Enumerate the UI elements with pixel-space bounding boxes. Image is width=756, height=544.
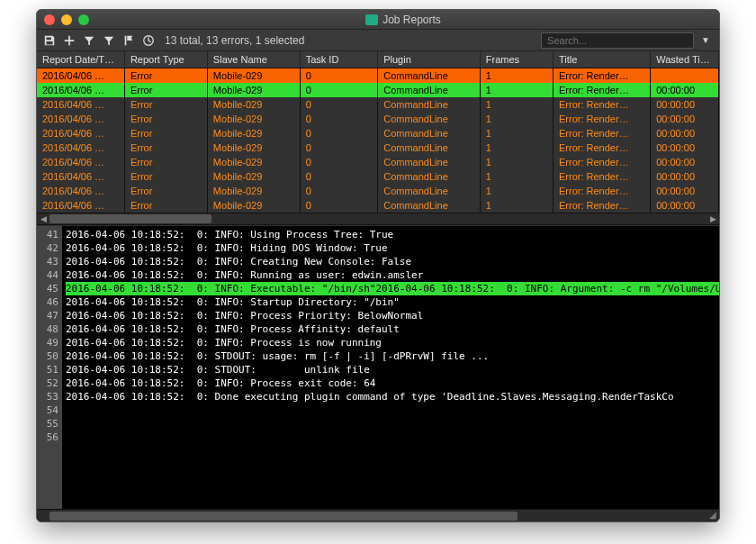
log-scroll-thumb[interactable] [50, 512, 518, 521]
cell-title: Error: Render… [554, 184, 651, 198]
cell-frames: 1 [480, 68, 553, 83]
log-line: 2016-04-06 10:18:52: 0: INFO: Using Proc… [66, 228, 716, 241]
cell-slave: Mobile-029 [207, 141, 300, 155]
line-number: 50 [39, 349, 58, 363]
log-content[interactable]: 2016-04-06 10:18:52: 0: INFO: Using Proc… [62, 226, 719, 510]
cell-frames: 1 [480, 169, 553, 184]
cell-plugin: CommandLine [378, 155, 481, 169]
line-number: 49 [39, 336, 58, 349]
col-frames[interactable]: Frames [480, 51, 553, 68]
log-line: 2016-04-06 10:18:52: 0: INFO: Creating N… [66, 255, 716, 268]
maximize-icon[interactable] [78, 14, 89, 25]
scroll-thumb[interactable] [50, 214, 212, 223]
log-line: 2016-04-06 10:18:52: 0: INFO: Hiding DOS… [66, 241, 716, 255]
log-line [66, 403, 716, 417]
cell-title: Error: Render… [554, 97, 651, 112]
cell-wasted: 00:00:00 [651, 141, 719, 155]
resize-grip-icon[interactable]: ◢ [706, 510, 719, 522]
table-row[interactable]: 2016/04/06 …ErrorMobile-0290CommandLine1… [37, 184, 719, 198]
toolbar: 13 total, 13 errors, 1 selected ▼ [37, 30, 719, 51]
scroll-track[interactable] [50, 213, 706, 224]
cell-task: 0 [300, 141, 378, 155]
line-number: 41 [39, 228, 58, 241]
close-icon[interactable] [44, 14, 55, 25]
add-icon[interactable] [60, 32, 78, 50]
cell-task: 0 [300, 169, 378, 184]
cell-task: 0 [300, 198, 378, 213]
filter-icon[interactable] [80, 32, 98, 50]
clock-icon[interactable] [140, 32, 158, 50]
cell-date: 2016/04/06 … [37, 83, 124, 97]
cell-slave: Mobile-029 [207, 169, 300, 184]
col-task-id[interactable]: Task ID [300, 51, 378, 68]
table-row[interactable]: 2016/04/06 …ErrorMobile-0290CommandLine1… [37, 169, 719, 184]
table-row[interactable]: 2016/04/06 …ErrorMobile-0290CommandLine1… [37, 83, 719, 97]
line-number: 51 [39, 363, 58, 376]
log-line: 2016-04-06 10:18:52: 0: INFO: Running as… [66, 268, 716, 282]
cell-type: Error [124, 68, 207, 83]
titlebar: Job Reports [37, 10, 719, 30]
cell-slave: Mobile-029 [207, 68, 300, 83]
line-number: 52 [39, 376, 58, 390]
cell-date: 2016/04/06 … [37, 112, 124, 126]
cell-date: 2016/04/06 … [37, 141, 124, 155]
reports-table-wrap: Report Date/T… Report Type Slave Name Ta… [37, 51, 719, 225]
table-row[interactable]: 2016/04/06 …ErrorMobile-0290CommandLine1… [37, 155, 719, 169]
table-row[interactable]: 2016/04/06 …ErrorMobile-0290CommandLine1… [37, 97, 719, 112]
log-line: 2016-04-06 10:18:52: 0: STDOUT: unlink f… [66, 363, 716, 376]
table-hscrollbar[interactable]: ◀ ▶ [37, 213, 719, 225]
col-plugin[interactable]: Plugin [378, 51, 481, 68]
col-wasted-time[interactable]: Wasted Ti… [651, 51, 719, 68]
cell-title: Error: Render… [554, 169, 651, 184]
scroll-right-icon[interactable]: ▶ [706, 214, 719, 223]
table-header-row: Report Date/T… Report Type Slave Name Ta… [37, 51, 719, 68]
cell-type: Error [124, 126, 207, 141]
cell-plugin: CommandLine [378, 184, 481, 198]
cell-type: Error [124, 184, 207, 198]
log-line: 2016-04-06 10:18:52: 0: STDOUT: usage: r… [66, 349, 716, 363]
cell-plugin: CommandLine [378, 126, 481, 141]
cell-type: Error [124, 112, 207, 126]
cell-date: 2016/04/06 … [37, 169, 124, 184]
cell-plugin: CommandLine [378, 83, 481, 97]
line-number: 42 [39, 241, 58, 255]
log-line: 2016-04-06 10:18:52: 0: INFO: Executable… [66, 282, 375, 295]
cell-slave: Mobile-029 [207, 97, 300, 112]
log-line: 2016-04-06 10:18:52: 0: Done executing p… [66, 390, 716, 403]
line-number: 55 [39, 417, 58, 431]
save-icon[interactable] [40, 32, 58, 50]
cell-title: Error: Render… [554, 155, 651, 169]
table-row[interactable]: 2016/04/06 …ErrorMobile-0290CommandLine1… [37, 68, 719, 83]
cell-date: 2016/04/06 … [37, 184, 124, 198]
cell-wasted: 00:00:00 [651, 83, 719, 97]
cell-task: 0 [300, 68, 378, 83]
table-row[interactable]: 2016/04/06 …ErrorMobile-0290CommandLine1… [37, 198, 719, 213]
table-row[interactable]: 2016/04/06 …ErrorMobile-0290CommandLine1… [37, 141, 719, 155]
scroll-left-icon[interactable]: ◀ [37, 214, 50, 223]
col-report-type[interactable]: Report Type [124, 51, 207, 68]
line-number: 47 [39, 309, 58, 322]
job-reports-window: Job Reports 13 total, 13 errors, 1 selec… [36, 9, 720, 522]
cell-date: 2016/04/06 … [37, 155, 124, 169]
filter2-icon[interactable] [100, 32, 118, 50]
col-slave-name[interactable]: Slave Name [207, 51, 300, 68]
col-title[interactable]: Title [554, 51, 651, 68]
window-title-text: Job Reports [382, 14, 441, 26]
cell-task: 0 [300, 184, 378, 198]
table-row[interactable]: 2016/04/06 …ErrorMobile-0290CommandLine1… [37, 126, 719, 141]
log-hscrollbar[interactable]: ◢ [37, 509, 719, 521]
minimize-icon[interactable] [61, 14, 72, 25]
col-report-date[interactable]: Report Date/T… [37, 51, 124, 68]
cell-frames: 1 [480, 141, 553, 155]
search-input[interactable] [541, 32, 694, 49]
log-panel: 41424344454647484950515253545556 2016-04… [37, 225, 719, 510]
log-scroll-track[interactable] [50, 511, 694, 521]
cell-frames: 1 [480, 112, 553, 126]
cell-task: 0 [300, 112, 378, 126]
table-row[interactable]: 2016/04/06 …ErrorMobile-0290CommandLine1… [37, 112, 719, 126]
dropdown-icon[interactable]: ▼ [696, 35, 716, 45]
flag-icon[interactable] [120, 32, 138, 50]
cell-plugin: CommandLine [378, 68, 481, 83]
cell-date: 2016/04/06 … [37, 68, 124, 83]
line-number: 56 [39, 431, 58, 444]
